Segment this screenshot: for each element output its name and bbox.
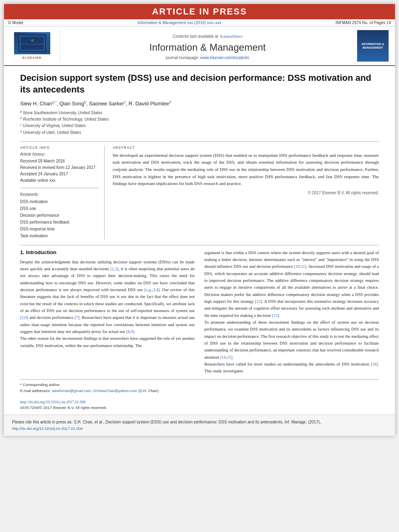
ref-8-9[interactable]: [8,9] xyxy=(126,329,134,334)
ref-5-6[interactable]: [5,6] xyxy=(20,315,28,320)
citation-doi-link[interactable]: http://dx.doi.org/10.1016/j.im.2017.01.0… xyxy=(12,426,82,431)
page: ARTICLE IN PRESS G Model Information & M… xyxy=(4,4,395,436)
g-model-bar: G Model Information & Management xxx (20… xyxy=(4,19,395,27)
article-info-heading: ARTICLE INFO xyxy=(20,146,99,150)
sciencedirect-link[interactable]: ScienceDirect xyxy=(220,34,243,39)
article-info-abstract: ARTICLE INFO Article history: Received 2… xyxy=(20,146,379,239)
journal-header: 🌿 ELSEVIER Contents lists available at S… xyxy=(4,27,395,66)
citation-bar: Please cite this article in press as: S.… xyxy=(4,415,395,436)
svg-text:🌿: 🌿 xyxy=(31,39,34,42)
email-2-link[interactable]: DrSiewChan@yahoo.com xyxy=(93,388,137,393)
keyword-5: DSS response time xyxy=(20,226,99,232)
contents-available-text: Contents lists available at xyxy=(173,34,218,39)
ref-10-11[interactable]: [10,11] xyxy=(294,264,306,269)
g-model-label: G Model xyxy=(8,21,23,25)
intro-left-col: 1. Introduction Despite the acknowledgme… xyxy=(20,249,195,375)
homepage-url-link[interactable]: www.elsevier.com/locate/im xyxy=(200,55,249,60)
abstract-col: ABSTRACT We developed an experimental de… xyxy=(113,146,379,239)
thumb-title: INFORMATION & MANAGEMENT xyxy=(359,42,387,49)
intro-right-para-2: To promote understanding of these incons… xyxy=(204,319,379,361)
ref-12[interactable]: [12] xyxy=(255,299,262,304)
corresponding-author: * Corresponding author. xyxy=(20,382,379,388)
intro-para-2: The other reason for the inconsistent fi… xyxy=(20,335,195,349)
intro-para-1: Despite the acknowledgment that decision… xyxy=(20,259,195,335)
affiliation-d: d University of Utah, United States xyxy=(20,129,379,136)
article-info-col: ARTICLE INFO Article history: Received 2… xyxy=(20,146,105,239)
affiliations: a Nova Southeastern University, United S… xyxy=(20,109,379,136)
svg-rect-0 xyxy=(18,34,46,52)
divider-2 xyxy=(20,245,379,245)
journal-reference: Information & Management xxx (2016) xxx–… xyxy=(23,21,335,25)
keyword-4: DSS performance feedback xyxy=(20,219,99,226)
journal-thumbnail: INFORMATION & MANAGEMENT xyxy=(355,30,391,62)
elsevier-logo-box: 🌿 xyxy=(14,32,50,54)
keywords-section: Keywords: DSS motivation DSS use Decisio… xyxy=(20,192,99,239)
ref-eg-3-4[interactable]: [e.g.,3,4] xyxy=(144,288,160,292)
ref-7[interactable]: [7] xyxy=(74,315,79,320)
doi-link[interactable]: http://dx.doi.org/10.1016/j.im.2017.01.0… xyxy=(20,400,86,404)
footnote-section: * Corresponding author. E-mail addresses… xyxy=(20,379,379,394)
affiliation-a: a Nova Southeastern University, United S… xyxy=(20,109,379,116)
email-addresses: E-mail addresses: siewhchan@gmail.com, D… xyxy=(20,388,379,394)
divider-1 xyxy=(20,141,379,142)
ref-1-2[interactable]: [1,2] xyxy=(110,267,118,271)
history-online: Available online xxx xyxy=(20,177,99,184)
homepage-label: journal homepage: xyxy=(166,55,199,60)
keyword-1: DSS motivation xyxy=(20,198,99,205)
intro-right-para-3: Researchers have called for more studies… xyxy=(204,361,379,375)
issn-line: 0378-7206/© 2017 Elsevier B.V. All right… xyxy=(20,405,379,411)
keywords-label: Keywords: xyxy=(20,192,99,197)
doi-line: http://dx.doi.org/10.1016/j.im.2017.01.0… xyxy=(20,398,379,405)
journal-title-center: Contents lists available at ScienceDirec… xyxy=(64,30,351,62)
authors-line: Siew H. Chana,*, Qian Songb, Saonee Sark… xyxy=(20,100,379,107)
affiliation-b: b Rochester Institute of Technology, Uni… xyxy=(20,116,379,122)
divider-keywords xyxy=(20,188,99,188)
abstract-heading: ABSTRACT xyxy=(113,146,379,150)
journal-cover-thumbnail: INFORMATION & MANAGEMENT xyxy=(357,30,389,62)
article-in-press-text: ARTICLE IN PRESS xyxy=(152,6,247,16)
email-1-link[interactable]: siewhchan@gmail.com xyxy=(52,388,91,393)
introduction-section: 1. Introduction Despite the acknowledgme… xyxy=(20,249,379,375)
history-label: Article history: xyxy=(20,152,99,156)
elsevier-logo: 🌿 ELSEVIER xyxy=(8,30,60,62)
ref-16[interactable]: [16] xyxy=(371,362,378,366)
contents-line: Contents lists available at ScienceDirec… xyxy=(173,32,243,39)
ref-13[interactable]: [13] xyxy=(272,313,279,318)
affiliation-c: c University of Virginia, United States xyxy=(20,122,379,129)
intro-right-col: argument is that within a DSS context wh… xyxy=(204,249,379,375)
journal-homepage: journal homepage: www.elsevier.com/locat… xyxy=(166,55,249,60)
abstract-text: We developed an experimental decision su… xyxy=(113,152,379,187)
history-revised: Received in revised form 12 January 2017 xyxy=(20,164,99,171)
intro-section-title: 1. Introduction xyxy=(20,249,195,255)
ref-14-15[interactable]: [14,15] xyxy=(220,355,232,359)
article-title: Decision support system (DSS) use and de… xyxy=(20,72,379,95)
main-content: Decision support system (DSS) use and de… xyxy=(4,66,395,415)
article-in-press-banner: ARTICLE IN PRESS xyxy=(4,4,395,19)
copyright-line: © 2017 Elsevier B.V. All rights reserved… xyxy=(113,191,379,195)
journal-main-title: Information & Management xyxy=(149,42,266,53)
citation-text: Please cite this article in press as: S.… xyxy=(12,420,321,424)
infman-label: INFMAN 2974 No. of Pages 14 xyxy=(335,21,391,25)
keyword-6: Task motivation xyxy=(20,232,99,239)
history-received: Received 28 March 2016 xyxy=(20,158,99,164)
keyword-2: DSS use xyxy=(20,205,99,212)
elsevier-text: ELSEVIER xyxy=(23,56,42,60)
keyword-3: Decision performance xyxy=(20,212,99,219)
history-accepted: Accepted 24 January 2017 xyxy=(20,171,99,177)
intro-right-para-1: argument is that within a DSS context wh… xyxy=(204,249,379,319)
